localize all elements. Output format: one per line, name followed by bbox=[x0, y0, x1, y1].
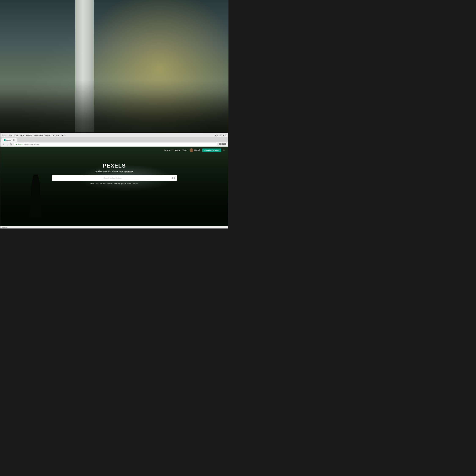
address-bar: ‹ › ↻ Secure https://www.pexels.com bbox=[0, 142, 228, 147]
menu-people[interactable]: People bbox=[45, 134, 50, 136]
hero-subtitle: Best free stock photos in one place. Lea… bbox=[52, 170, 177, 172]
suggestion-wood[interactable]: wood bbox=[127, 183, 131, 185]
menu-history[interactable]: History bbox=[26, 134, 32, 136]
browse-nav-item[interactable]: Browse ▾ bbox=[164, 149, 172, 151]
search-icon bbox=[172, 177, 175, 179]
extensions-icon[interactable] bbox=[221, 143, 224, 145]
menu-edit[interactable]: Edit bbox=[15, 134, 18, 136]
mac-menu-bar: hrome File Edit View History Bookmarks P… bbox=[0, 133, 228, 137]
forward-button[interactable]: › bbox=[6, 143, 8, 146]
suggestion-meeting[interactable]: meeting bbox=[114, 183, 120, 185]
search-suggestions: house blur training vintage meeting phon… bbox=[52, 183, 177, 185]
back-button[interactable]: ‹ bbox=[2, 143, 5, 146]
suggestion-blur[interactable]: blur bbox=[96, 183, 99, 185]
pexels-website: Browse ▾ License Tools Daniel Contribute… bbox=[0, 147, 228, 226]
license-nav-item[interactable]: License bbox=[174, 149, 180, 151]
status-text: Searches bbox=[2, 227, 7, 228]
person-silhouette bbox=[19, 174, 53, 218]
pexels-logo: PEXELS bbox=[52, 162, 177, 169]
address-input[interactable]: Secure https://www.pexels.com bbox=[14, 143, 218, 146]
profile-icon[interactable] bbox=[224, 143, 226, 145]
tools-nav-item[interactable]: Tools bbox=[183, 149, 187, 151]
hero-content: PEXELS Best free stock photos in one pla… bbox=[52, 162, 177, 185]
username-label[interactable]: Daniel bbox=[194, 149, 200, 151]
suggestion-house[interactable]: house bbox=[90, 183, 94, 185]
menu-chrome: hrome bbox=[2, 134, 7, 136]
active-tab[interactable]: Pexels bbox=[1, 138, 17, 142]
person-body bbox=[29, 174, 43, 218]
tab-favicon bbox=[4, 139, 5, 141]
time-display: 100 % Wed 16:15 bbox=[214, 134, 227, 136]
monitor-screen: hrome File Edit View History Bookmarks P… bbox=[0, 133, 228, 228]
monitor-bezel: hrome File Edit View History Bookmarks P… bbox=[0, 133, 228, 228]
search-input[interactable]: Search for free photos... bbox=[54, 177, 172, 179]
menu-help[interactable]: Help bbox=[62, 134, 65, 136]
star-icon[interactable] bbox=[219, 143, 221, 145]
learn-more-link[interactable]: Learn more bbox=[124, 170, 133, 172]
browse-chevron-icon: ▾ bbox=[171, 149, 172, 151]
secure-label: Secure bbox=[18, 143, 22, 145]
subtitle-text: Best free stock photos in one place. bbox=[95, 170, 124, 172]
url-text: https://www.pexels.com bbox=[24, 143, 39, 145]
suggestion-vintage[interactable]: vintage bbox=[107, 183, 112, 185]
more-options-icon[interactable]: ··· bbox=[222, 149, 225, 152]
menu-bookmarks[interactable]: Bookmarks bbox=[34, 134, 43, 136]
menu-file[interactable]: File bbox=[10, 134, 12, 136]
menu-window[interactable]: Window bbox=[53, 134, 59, 136]
suggestion-training[interactable]: training bbox=[100, 183, 105, 185]
browse-label: Browse bbox=[164, 149, 170, 151]
more-suggestions-link[interactable]: more → bbox=[133, 183, 138, 185]
user-avatar[interactable] bbox=[189, 148, 193, 152]
suggestion-phone[interactable]: phone bbox=[121, 183, 126, 185]
tab-close-button[interactable] bbox=[13, 139, 15, 141]
contribute-photos-button[interactable]: Contribute Photos bbox=[202, 149, 221, 152]
tab-label: Pexels bbox=[6, 139, 11, 141]
system-status: 100 % Wed 16:15 bbox=[214, 134, 227, 136]
pexels-navbar: Browse ▾ License Tools Daniel Contribute… bbox=[0, 147, 228, 154]
reload-button[interactable]: ↻ bbox=[10, 143, 12, 146]
search-bar[interactable]: Search for free photos... bbox=[52, 175, 177, 181]
browser-toolbar-icons bbox=[219, 143, 226, 145]
browser-status-bar: Searches bbox=[0, 226, 228, 228]
tab-bar: Pexels bbox=[0, 137, 228, 142]
secure-icon bbox=[16, 143, 17, 145]
menu-view[interactable]: View bbox=[20, 134, 24, 136]
